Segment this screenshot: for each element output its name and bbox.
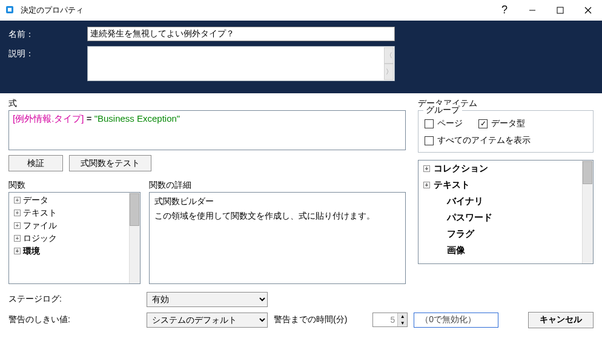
func-node-data[interactable]: +データ (10, 194, 139, 207)
functions-tree[interactable]: +データ +テキスト +ファイル +ロジック +環境 (8, 192, 141, 284)
funcdetail-label: 関数の詳細 (149, 180, 406, 191)
desc-scroll-up[interactable]: 〈 (384, 47, 394, 64)
description-input[interactable] (88, 47, 386, 81)
validate-button[interactable]: 検証 (8, 155, 63, 171)
titlebar: 決定のプロパティ ? (0, 0, 602, 21)
func-node-logic[interactable]: +ロジック (10, 232, 139, 245)
help-button[interactable]: ? (491, 4, 518, 16)
maximize-button[interactable] (546, 1, 574, 20)
expr-operator: = (84, 113, 94, 124)
close-button[interactable] (574, 1, 602, 20)
group-legend: グループ (423, 105, 462, 116)
name-label: 名前： (8, 27, 87, 40)
ditem-collection[interactable]: +コレクション (418, 160, 593, 177)
dataitems-scrollthumb[interactable] (583, 161, 592, 184)
func-node-env[interactable]: +環境 (10, 245, 139, 257)
threshold-time-label: 警告までの時間(分) (274, 314, 347, 325)
expression-input[interactable]: [例外情報.タイプ] = "Business Exception" (8, 110, 406, 150)
threshold-time-input-wrap: ▲ ▼ (372, 313, 408, 327)
stagelog-select[interactable]: 有効 (147, 292, 268, 307)
svg-rect-3 (557, 7, 563, 13)
chk-page[interactable]: ページ (425, 118, 463, 129)
dataitems-tree[interactable]: +コレクション +テキスト バイナリ パスワード フラグ 画像 (418, 160, 594, 264)
desc-scroll-down[interactable]: 〉 (384, 64, 394, 80)
stagelog-label: ステージログ: (8, 294, 141, 305)
chk-show-all[interactable]: すべてのアイテムを表示 (425, 135, 531, 146)
funcdetail-body: この領域を使用して関数文を作成し、式に貼り付けます。 (154, 211, 400, 222)
functions-label: 関数 (8, 180, 141, 191)
svg-rect-1 (8, 8, 12, 12)
threshold-hint: （0で無効化） (414, 313, 498, 328)
close-icon (584, 7, 592, 14)
window-title: 決定のプロパティ (21, 5, 491, 16)
ditem-flag[interactable]: フラグ (418, 226, 593, 242)
func-node-text[interactable]: +テキスト (10, 207, 139, 219)
chk-datatype[interactable]: ✓データ型 (478, 118, 525, 129)
maximize-icon (557, 7, 564, 14)
expr-string: "Business Exception" (94, 113, 180, 124)
functions-scrollthumb[interactable] (130, 193, 139, 226)
funcdetail-panel: 式関数ビルダー この領域を使用して関数文を作成し、式に貼り付けます。 (149, 192, 406, 284)
threshold-time-input[interactable] (373, 313, 397, 326)
ditem-image[interactable]: 画像 (418, 242, 593, 259)
time-step-down[interactable]: ▼ (397, 320, 407, 326)
func-node-file[interactable]: +ファイル (10, 219, 139, 232)
name-input[interactable] (87, 27, 395, 41)
funcdetail-heading: 式関数ビルダー (154, 196, 400, 207)
threshold-label: 警告のしきい値: (8, 314, 141, 325)
cancel-button[interactable]: キャンセル (528, 312, 594, 328)
header-panel: 名前： 説明： 〈 〉 (0, 21, 602, 93)
minimize-button[interactable] (518, 1, 546, 20)
ditem-password[interactable]: パスワード (418, 210, 593, 226)
dataitems-groupbox: グループ ページ ✓データ型 すべてのアイテムを表示 (418, 110, 594, 153)
time-step-up[interactable]: ▲ (397, 313, 407, 320)
ditem-text[interactable]: +テキスト (418, 177, 593, 193)
minimize-icon (529, 7, 536, 14)
ditem-binary[interactable]: バイナリ (418, 193, 593, 210)
expression-label: 式 (8, 98, 408, 109)
description-label: 説明： (8, 46, 87, 59)
test-expression-button[interactable]: 式関数をテスト (69, 155, 151, 171)
app-icon (5, 5, 16, 16)
threshold-select[interactable]: システムのデフォルト (147, 313, 268, 328)
expr-token: 例外情報.タイプ (15, 113, 81, 124)
